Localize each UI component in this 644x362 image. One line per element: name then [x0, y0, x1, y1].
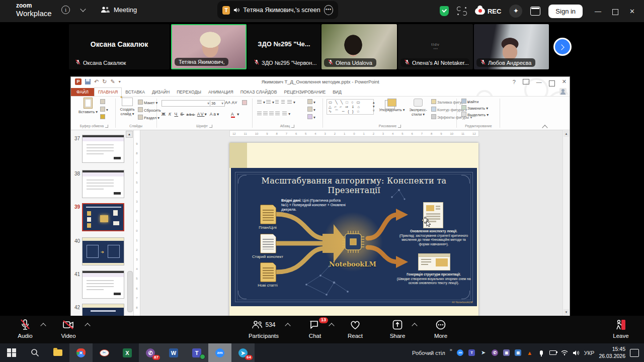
- desktop-toolbar-label[interactable]: Робочий стіл: [412, 350, 445, 356]
- select-button[interactable]: Выделить ▾: [461, 112, 489, 118]
- chevron-down-icon[interactable]: [80, 6, 86, 12]
- thumbnail-slide-39-selected[interactable]: 39: [71, 203, 134, 231]
- capture-icon[interactable]: [457, 7, 467, 16]
- scroll-up-icon[interactable]: ▲: [564, 131, 569, 137]
- tab-review[interactable]: РЕЦЕНЗИРОВАНИЕ: [280, 88, 329, 96]
- align-text-button[interactable]: ▾: [307, 107, 315, 112]
- ppt-close-button[interactable]: ✕: [562, 78, 567, 85]
- thumbnail-slide-42[interactable]: 42: [71, 304, 134, 316]
- alignment-buttons[interactable]: ▾: [257, 112, 290, 116]
- participants-button[interactable]: 534 Participants: [246, 319, 282, 339]
- reset-button[interactable]: Сбросить: [138, 107, 161, 113]
- dialog-launcher-icon[interactable]: [398, 125, 401, 128]
- collapse-ribbon-icon[interactable]: [542, 125, 547, 130]
- text-direction-button[interactable]: ▾: [307, 99, 315, 105]
- thumbnail-slide-41[interactable]: 41: [71, 270, 134, 299]
- thumbnails-scrollbar[interactable]: [127, 271, 133, 312]
- tab-home[interactable]: ГЛАВНАЯ: [94, 87, 122, 96]
- tray-overflow-chevron[interactable]: »: [450, 347, 452, 352]
- thumbnail-slide-37[interactable]: 37: [71, 135, 134, 163]
- replace-button[interactable]: Заменить ▾: [461, 105, 489, 112]
- chat-options-chevron[interactable]: [329, 323, 334, 328]
- font-name-combo[interactable]: ▾: [162, 100, 211, 107]
- tab-view[interactable]: ВИД: [329, 88, 345, 96]
- restore-button[interactable]: [612, 9, 618, 15]
- minimize-button[interactable]: —: [595, 8, 601, 15]
- more-button[interactable]: More: [430, 319, 452, 339]
- zoom-app-button[interactable]: zm: [208, 343, 231, 362]
- grow-font-button[interactable]: A˄ A˅: [225, 100, 237, 105]
- find-button[interactable]: Найти: [461, 99, 489, 105]
- tray-teams-icon[interactable]: T: [468, 349, 475, 356]
- ai-companion-icon[interactable]: ✦: [509, 5, 522, 18]
- slide-infographic[interactable]: Масштабування алгоритму: Конспекти та Пр…: [231, 168, 477, 306]
- shapes-scroll[interactable]: ▴▾▿: [373, 101, 375, 113]
- cut-button[interactable]: [100, 99, 106, 105]
- apps-icon[interactable]: [530, 7, 540, 16]
- tray-viber-icon[interactable]: ✆: [492, 349, 499, 356]
- tray-telegram-icon[interactable]: ➤: [480, 349, 487, 356]
- dialog-launcher-icon[interactable]: [105, 125, 108, 128]
- format-painter-button[interactable]: [100, 114, 106, 120]
- help-button[interactable]: ?: [513, 79, 516, 85]
- audio-button[interactable]: Audio: [14, 319, 36, 339]
- participant-tile-oksana[interactable]: Оксана Сакалюк Оксана Сакалюк: [69, 24, 170, 69]
- shapes-gallery[interactable]: ▭ ╲ ╲ □ ○ ▭ △ ⌐ ⌐ ⇒ ⇓ ⌂ ∿ ⌒ ∼ { } ☆: [327, 99, 374, 115]
- paste-button[interactable]: Вставить ▾: [77, 98, 99, 114]
- tray-vlc-icon[interactable]: ▲: [526, 349, 533, 356]
- tab-meeting[interactable]: Meeting: [101, 3, 137, 16]
- new-slide-button[interactable]: Создать слайд ▾: [118, 98, 136, 116]
- scroll-down-icon[interactable]: ▼: [564, 309, 569, 315]
- teams-button[interactable]: T: [185, 343, 208, 362]
- taskbar-clock[interactable]: 15:45 26.03.2026: [599, 346, 625, 359]
- quick-styles-button[interactable]: Экспресс-стили ▾: [407, 98, 429, 117]
- clear-formatting-button[interactable]: [242, 100, 248, 106]
- layout-button[interactable]: Макет ▾: [138, 100, 157, 105]
- info-icon[interactable]: i: [61, 6, 70, 14]
- share-button[interactable]: Share: [386, 319, 409, 339]
- snipping-tool-button[interactable]: ✂: [93, 343, 116, 362]
- tray-display-app-icon[interactable]: ▤: [515, 349, 522, 356]
- video-options-chevron[interactable]: [85, 323, 90, 328]
- recording-indicator[interactable]: REC: [475, 8, 501, 15]
- action-center-icon[interactable]: [630, 349, 639, 357]
- tab-shared-screen[interactable]: T Тетяна Якимович,'s screen •••: [217, 1, 338, 19]
- chat-button[interactable]: Chat 13: [304, 319, 326, 339]
- next-participants-button[interactable]: [553, 38, 572, 56]
- react-button[interactable]: React: [344, 319, 366, 339]
- tab-animations[interactable]: АНИМАЦИЯ: [205, 88, 237, 96]
- security-shield-icon[interactable]: [440, 6, 449, 16]
- tray-battery-icon[interactable]: [549, 349, 556, 356]
- tab-slideshow[interactable]: ПОКАЗ СЛАЙДОВ: [237, 88, 281, 96]
- sign-in-button[interactable]: Sign in: [548, 5, 583, 18]
- tray-wifi-icon[interactable]: [561, 349, 568, 356]
- chrome-button[interactable]: [69, 343, 93, 362]
- telegram-button[interactable]: ➤ 64: [231, 343, 255, 362]
- ppt-restore-button[interactable]: [549, 80, 555, 86]
- font-style-buttons[interactable]: Ж К Ч S abc AV▾ Aa▾: [162, 112, 220, 117]
- slide-thumbnail-panel[interactable]: 37 38 39 40 ➔ 41: [71, 130, 134, 316]
- convert-smartart-button[interactable]: ▾: [307, 114, 315, 120]
- participant-tile-olena[interactable]: Olena Udalova: [321, 24, 397, 69]
- bullets-numbering-buttons[interactable]: ▾ ▾ ▾: [257, 100, 295, 105]
- file-explorer-button[interactable]: [46, 343, 69, 362]
- more-options-icon[interactable]: •••: [324, 5, 333, 15]
- font-size-combo[interactable]: 36▾: [210, 100, 225, 107]
- ribbon-display-options-icon[interactable]: [523, 79, 529, 84]
- section-button[interactable]: Раздел ▾: [138, 115, 159, 120]
- participant-tile-tetiana-active-speaker[interactable]: Тетяна Якимович,: [171, 24, 247, 69]
- ppt-minimize-button[interactable]: —: [536, 79, 542, 85]
- participants-options-chevron[interactable]: [285, 323, 290, 328]
- tray-mic-icon[interactable]: [538, 349, 545, 356]
- tab-file[interactable]: ФАЙЛ: [71, 88, 94, 96]
- word-button[interactable]: W: [162, 343, 185, 362]
- video-button[interactable]: Video: [57, 319, 79, 339]
- dialog-launcher-icon[interactable]: [209, 125, 212, 128]
- tray-speaker-icon[interactable]: [573, 349, 580, 356]
- account-avatar[interactable]: [559, 88, 567, 95]
- tab-transitions[interactable]: ПЕРЕХОДЫ: [173, 88, 205, 96]
- thumbnail-slide-38[interactable]: 38: [71, 170, 134, 198]
- taskbar-search-button[interactable]: [23, 343, 46, 362]
- participant-tile-ai-notetaker[interactable]: tldv●●● Олена's AI Notetaker...: [398, 24, 473, 69]
- participant-tile-liubov[interactable]: Любов Андреєва: [474, 24, 549, 69]
